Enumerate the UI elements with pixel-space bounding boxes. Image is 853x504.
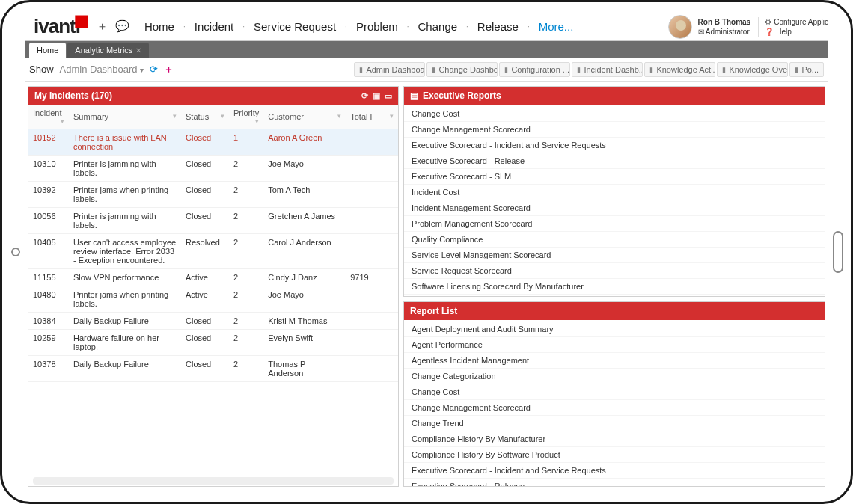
list-item[interactable]: Compliance History By Manufacturer (404, 431, 825, 447)
table-row[interactable]: 10480Printer jams when printing labels.A… (28, 286, 398, 313)
incidents-table: Incident▾Summary▾Status▾Priority▾Custome… (28, 105, 398, 382)
list-item[interactable]: Agent Performance (404, 337, 825, 353)
device-side-button (833, 231, 843, 273)
list-item[interactable]: Change Trend (404, 416, 825, 431)
user-name: Ron B Thomas (698, 17, 751, 27)
topbar: ivanti■ ＋ 💬 Home·Incident·Service Reques… (25, 13, 828, 41)
panel-expand-icon[interactable]: ▭ (385, 91, 392, 101)
table-row[interactable]: 10310Printer is jamming with labels.Clos… (28, 156, 398, 182)
chart-icon: ▮ (359, 66, 363, 73)
tab-home[interactable]: Home (29, 43, 66, 58)
list-item[interactable]: Agent Deployment and Audit Summary (404, 322, 825, 337)
help-link[interactable]: Help (765, 27, 828, 37)
filter-icon[interactable]: ▾ (221, 112, 224, 120)
column-header[interactable]: Summary▾ (69, 105, 181, 129)
list-item[interactable]: Service Level Management Scorecard (404, 248, 825, 263)
list-item[interactable]: Incident Management Scorecard (404, 200, 825, 216)
column-header[interactable]: Status▾ (181, 105, 229, 129)
app-logo: ivanti■ (28, 15, 86, 38)
incidents-panel-title: My Incidents (170) (34, 90, 112, 101)
nav-more[interactable]: More... (534, 20, 578, 33)
subbar: Show Admin Dashboard ▾ ⟳ ＋ ▮Admin Dashbo… (25, 58, 828, 82)
table-row[interactable]: 10392Printer jams when printing labels.C… (28, 182, 398, 208)
filter-icon[interactable]: ▾ (337, 112, 341, 120)
list-item[interactable]: Executive Scorecard - SLM (404, 169, 825, 185)
nav-change[interactable]: Change (414, 20, 462, 33)
list-item[interactable]: Incident Cost (404, 185, 825, 200)
dashboard-selector[interactable]: Admin Dashboard ▾ (60, 64, 144, 75)
dashboard-shortcut[interactable]: ▮Knowledge Over... (717, 62, 788, 77)
chart-icon: ▮ (722, 66, 726, 73)
user-block[interactable]: Ron B Thomas Administrator (668, 15, 759, 39)
chat-icon[interactable]: 💬 (115, 19, 129, 34)
dashboard-shortcut[interactable]: ▮Configuration ... (499, 62, 570, 77)
chevron-down-icon: ▾ (140, 66, 144, 74)
top-nav: Home·Incident·Service Request·Problem·Ch… (140, 20, 578, 33)
panel-popout-icon[interactable]: ▣ (373, 91, 380, 101)
horizontal-scrollbar[interactable] (33, 477, 394, 485)
table-row[interactable]: 10056Printer is jamming with labels.Clos… (28, 208, 398, 234)
dashboard-shortcut[interactable]: ▮Incident Dashb... (572, 62, 643, 77)
list-item[interactable]: Executive Scorecard - Incident and Servi… (404, 138, 825, 153)
table-row[interactable]: 10259Hardware failure on her laptop.Clos… (28, 330, 398, 356)
column-header[interactable]: Incident▾ (28, 105, 69, 129)
dashboard-shortcut[interactable]: ▮Admin Dashboard (354, 62, 425, 77)
list-item[interactable]: Software Licensing Scorecard By Manufact… (404, 279, 825, 295)
list-item[interactable]: Problem Management Scorecard (404, 216, 825, 232)
configure-link[interactable]: Configure Applic (765, 17, 828, 27)
nav-release[interactable]: Release (473, 20, 523, 33)
nav-problem[interactable]: Problem (352, 20, 403, 33)
list-item[interactable]: Executive Scorecard - Incident and Servi… (404, 463, 825, 479)
add-icon[interactable]: ＋ (164, 63, 174, 76)
filter-icon[interactable]: ▾ (61, 117, 64, 125)
list-item[interactable]: Executive Scorecard - Release (404, 479, 825, 486)
table-row[interactable]: 10152There is a issue with LAN connectio… (28, 129, 398, 156)
exec-reports-header: ▤ Executive Reports (404, 87, 825, 105)
list-item[interactable]: Executive Scorecard - Release (404, 153, 825, 169)
filter-icon[interactable]: ▾ (173, 112, 177, 120)
avatar (668, 15, 692, 39)
user-role: Administrator (698, 27, 751, 37)
list-item[interactable]: Change Categorization (404, 369, 825, 384)
nav-incident[interactable]: Incident (190, 20, 239, 33)
refresh-icon[interactable]: ⟳ (150, 64, 158, 75)
list-item[interactable]: Quality Compliance (404, 232, 825, 248)
table-row[interactable]: 10378Daily Backup FailureClosed2Thomas P… (28, 356, 398, 382)
panel-refresh-icon[interactable]: ⟳ (361, 91, 368, 101)
nav-service-request[interactable]: Service Request (249, 20, 340, 33)
exec-reports-title: Executive Reports (423, 90, 501, 101)
filter-icon[interactable]: ▾ (390, 112, 394, 120)
tabstrip: HomeAnalytic Metrics✕ (25, 41, 828, 58)
list-item[interactable]: Change Management Scorecard (404, 400, 825, 416)
chart-icon: ▮ (795, 66, 798, 73)
list-item[interactable]: Agentless Incident Management (404, 353, 825, 369)
column-header[interactable]: Priority▾ (229, 105, 263, 129)
chart-icon: ▮ (504, 66, 508, 73)
dashboard-shortcut[interactable]: ▮Po... (789, 62, 824, 77)
nav-home[interactable]: Home (140, 20, 179, 33)
filter-icon[interactable]: ▾ (255, 117, 259, 125)
report-list-header: Report List (404, 302, 825, 320)
list-item[interactable]: Change Cost (404, 384, 825, 400)
tab-analytic-metrics[interactable]: Analytic Metrics✕ (67, 43, 149, 58)
dashboard-shortcut[interactable]: ▮Change Dashboa... (426, 62, 498, 77)
device-home-button (11, 248, 20, 256)
exec-reports-list: Change CostChange Management ScorecardEx… (404, 105, 825, 296)
chart-icon: ▮ (649, 66, 653, 73)
column-header[interactable]: Total F▾ (346, 105, 398, 129)
list-item[interactable]: Service Request Scorecard (404, 263, 825, 279)
incidents-panel-header: My Incidents (170) ⟳ ▣ ▭ (28, 87, 398, 105)
list-item[interactable]: Change Cost (404, 106, 825, 122)
table-row[interactable]: 11155Slow VPN performanceActive2Cindy J … (28, 269, 398, 286)
table-row[interactable]: 10405User can't access employee review i… (28, 234, 398, 269)
show-label: Show (29, 64, 54, 75)
list-item[interactable]: Change Management Scorecard (404, 122, 825, 138)
column-header[interactable]: Customer▾ (263, 105, 346, 129)
config-block: Configure Applic Help (758, 17, 828, 37)
new-icon[interactable]: ＋ (97, 19, 108, 34)
close-icon[interactable]: ✕ (135, 46, 141, 55)
list-item[interactable]: Compliance History By Software Product (404, 447, 825, 463)
chart-icon: ▮ (577, 66, 581, 73)
table-row[interactable]: 10384Daily Backup FailureClosed2Kristi M… (28, 313, 398, 330)
dashboard-shortcut[interactable]: ▮Knowledge Acti... (644, 62, 715, 77)
